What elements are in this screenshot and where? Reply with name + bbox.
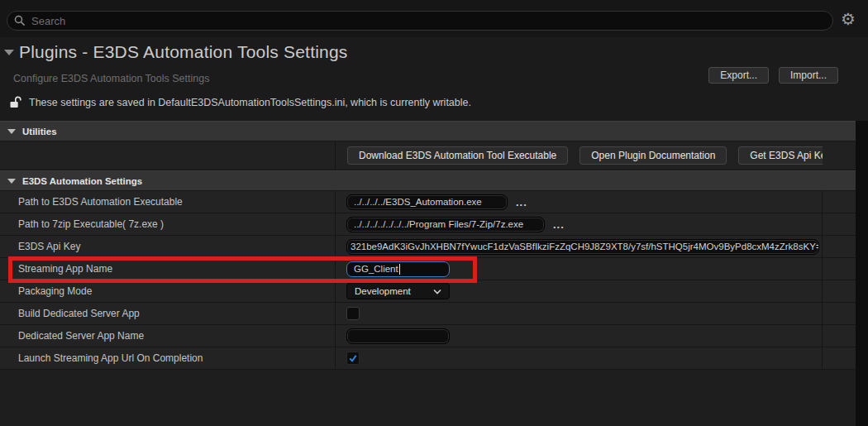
settings-row-streaming-app-name: Streaming App Name GG_Client (0, 258, 856, 280)
scrollbar-track[interactable] (856, 121, 868, 426)
settings-row-7zip-path: Path to 7zip Executable( 7z.exe ) ../../… (0, 213, 856, 236)
get-api-key-button[interactable]: Get E3DS Api Key (738, 146, 823, 165)
gear-icon[interactable]: ⚙ (838, 9, 858, 29)
browse-button[interactable]: ... (553, 218, 565, 231)
setting-label: Path to 7zip Executable( 7z.exe ) (18, 218, 164, 230)
launch-url-checkbox[interactable] (346, 352, 360, 365)
open-documentation-button[interactable]: Open Plugin Documentation (579, 146, 727, 165)
import-button[interactable]: Import... (779, 67, 838, 84)
section-header-e3ds[interactable]: E3DS Automation Settings (0, 170, 856, 191)
page-title: Plugins - E3DS Automation Tools Settings (19, 42, 348, 62)
setting-label: Packaging Mode (18, 285, 92, 297)
automation-path-input[interactable]: ../../../../E3DS_Automation.exe (346, 194, 508, 210)
export-button[interactable]: Export... (708, 67, 769, 84)
zip-path-input[interactable]: ../../../../../../../Program Files/7-Zip… (346, 217, 545, 232)
api-key-input[interactable]: 321be9AdK3iGvJhXHBN7fYwucF1dzVaSBfIkziFz… (346, 239, 819, 255)
page-header: Plugins - E3DS Automation Tools Settings… (0, 37, 868, 121)
setting-label: Launch Streaming App Url On Completion (18, 352, 203, 364)
browse-button[interactable]: ... (516, 196, 527, 208)
settings-panel: Utilities Download E3DS Automation Tool … (0, 121, 856, 426)
settings-window: Search ⚙ Plugins - E3DS Automation Tools… (0, 0, 868, 426)
chevron-down-icon (433, 289, 441, 294)
section-title: E3DS Automation Settings (22, 176, 142, 186)
search-icon (14, 15, 26, 26)
search-input[interactable]: Search (7, 11, 833, 31)
setting-label: E3DS Api Key (18, 241, 80, 252)
settings-row-packaging-mode: Packaging Mode Development (0, 280, 856, 303)
chevron-down-icon (7, 129, 16, 134)
utilities-button-row: Download E3DS Automation Tool Executable… (0, 141, 856, 170)
lock-open-icon (10, 96, 21, 108)
setting-label: Path to E3DS Automation Executable (18, 196, 183, 208)
search-placeholder: Search (31, 15, 65, 27)
chevron-down-icon (7, 179, 16, 184)
setting-label: Build Dedicated Server App (18, 308, 140, 319)
settings-row-launch-url: Launch Streaming App Url On Completion (0, 347, 856, 370)
setting-label: Dedicated Server App Name (18, 330, 144, 342)
settings-row-automation-path: Path to E3DS Automation Executable ../..… (0, 191, 856, 213)
dedicated-server-name-input[interactable] (346, 328, 450, 344)
streaming-app-name-input[interactable]: GG_Client (346, 261, 450, 277)
checkmark-icon (348, 353, 358, 363)
download-executable-button[interactable]: Download E3DS Automation Tool Executable (347, 146, 568, 165)
build-dedicated-server-checkbox[interactable] (346, 307, 360, 320)
page-subtitle: Configure E3DS Automation Tools Settings (13, 73, 209, 84)
section-title: Utilities (22, 127, 57, 136)
settings-row-api-key: E3DS Api Key 321be9AdK3iGvJhXHBN7fYwucF1… (0, 236, 856, 258)
packaging-mode-dropdown[interactable]: Development (346, 283, 450, 299)
settings-row-dedicated-server-name: Dedicated Server App Name (0, 325, 856, 347)
expander-arrow-icon[interactable] (4, 50, 14, 55)
text-cursor (399, 264, 400, 275)
settings-row-build-dedicated-server: Build Dedicated Server App (0, 303, 856, 325)
writable-note: These settings are saved in DefaultE3DSA… (29, 97, 471, 108)
setting-label: Streaming App Name (18, 263, 112, 275)
section-header-utilities[interactable]: Utilities (0, 121, 856, 141)
top-bar: Search ⚙ (0, 0, 868, 37)
